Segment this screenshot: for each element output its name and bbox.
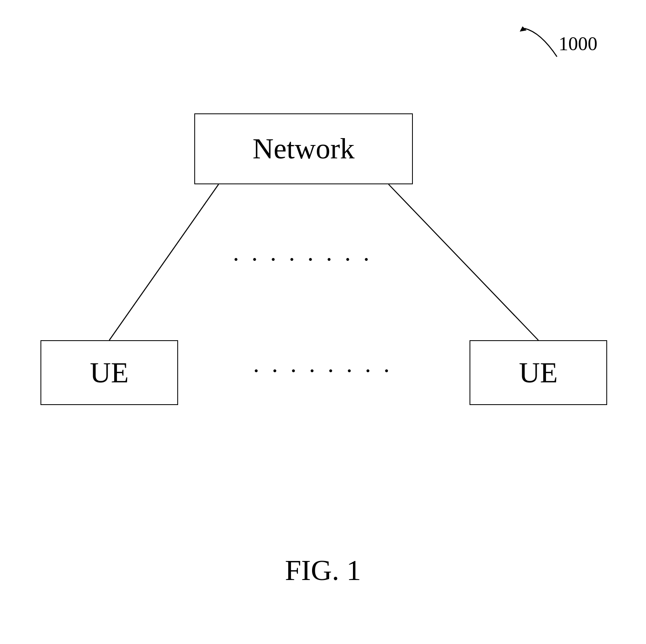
ue-left-label: UE [90,356,129,390]
network-box: Network [194,113,413,184]
ue-right-label: UE [519,356,558,390]
network-label: Network [253,132,355,166]
svg-text:· · · · · · · ·: · · · · · · · · [253,357,393,384]
svg-line-2 [389,184,538,340]
svg-line-1 [109,184,219,340]
connection-lines: · · · · · · · · · · · · · · · · [0,0,646,644]
fig-label: FIG. 1 [285,554,361,587]
diagram-container: 1000 · · · · · · · · · · · · · · · · Net… [0,0,646,644]
svg-text:· · · · · · · ·: · · · · · · · · [233,246,373,273]
ue-right-box: UE [470,340,607,405]
ue-left-box: UE [40,340,178,405]
